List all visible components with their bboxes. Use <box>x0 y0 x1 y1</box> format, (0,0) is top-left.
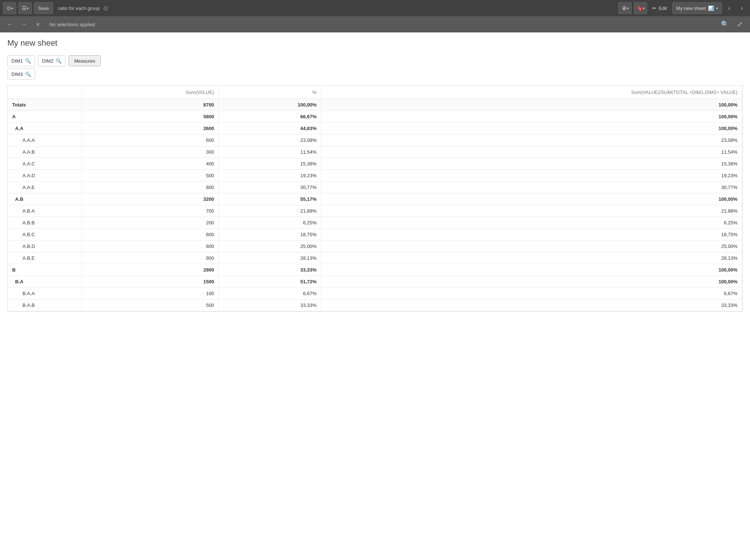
monitor-chevron: ▾ <box>627 6 629 10</box>
measures-label: Measures <box>74 58 95 64</box>
col-header-sum: Sum(VALUE) <box>81 86 219 99</box>
row-ratio: 15,38% <box>321 158 742 170</box>
nav-left-button[interactable]: ‹ <box>724 2 735 14</box>
row-sum-value: 1500 <box>81 276 219 288</box>
table-row: B290033,33%100,00% <box>8 264 742 276</box>
chart-icon: 📊 <box>708 6 714 11</box>
dim-row-1: DIM1 🔍 DIM2 🔍 <box>7 55 66 66</box>
row-pct: 33,33% <box>219 264 321 276</box>
row-pct: 28,13% <box>219 252 321 264</box>
search-icon: 🔍 <box>721 20 729 28</box>
list-icon-button[interactable]: ☰ ▾ <box>18 2 32 14</box>
row-ratio: 100,00% <box>321 99 742 111</box>
bookmark-icon: 🔖 <box>636 5 643 11</box>
row-label: Totals <box>8 99 81 111</box>
row-pct: 33,33% <box>219 300 321 311</box>
save-label: Save <box>38 6 49 11</box>
expand-icon: ⤢ <box>737 20 743 28</box>
table-row: B.A.A1006,67%6,67% <box>8 288 742 300</box>
page-content: My new sheet DIM1 🔍 DIM2 🔍 DIM3 🔍 <box>0 32 750 318</box>
monitor-icon: 🖥 <box>622 5 627 11</box>
table-row: A.A.D50019,23%19,23% <box>8 170 742 182</box>
back-icon: ← <box>6 21 13 28</box>
dim1-label: DIM1 <box>11 58 23 64</box>
row-pct: 18,75% <box>219 229 321 241</box>
table-header-row: Sum(VALUE) % Sum(VALUE)/SUM(TOTAL <DIM1,… <box>8 86 742 99</box>
app-chevron: ▾ <box>11 6 13 10</box>
row-pct: 15,38% <box>219 158 321 170</box>
row-label: A.A.C <box>8 158 81 170</box>
row-ratio: 6,25% <box>321 217 742 229</box>
app-icon-button[interactable]: ⊙ ▾ <box>3 2 16 14</box>
dim2-filter-button[interactable]: DIM2 🔍 <box>38 55 66 66</box>
row-ratio: 30,77% <box>321 182 742 193</box>
row-sum-value: 5800 <box>81 111 219 123</box>
table-row: A.B.D80025,00%25,00% <box>8 241 742 252</box>
dim3-search-icon: 🔍 <box>25 71 31 77</box>
dim1-search-icon: 🔍 <box>25 58 31 64</box>
row-pct: 23,08% <box>219 134 321 146</box>
row-label: B <box>8 264 81 276</box>
row-label: B.A.A <box>8 288 81 300</box>
row-pct: 100,00% <box>219 99 321 111</box>
back-selection-button[interactable]: ← <box>4 19 15 29</box>
save-button[interactable]: Save <box>34 2 53 14</box>
nav-right-icon: › <box>741 5 743 11</box>
row-sum-value: 500 <box>81 300 219 311</box>
table-row: B.A150051,72%100,00% <box>8 276 742 288</box>
bookmark-button[interactable]: 🔖 ▾ <box>634 2 647 14</box>
table-row: A.A.C40015,38%15,38% <box>8 158 742 170</box>
dim3-label: DIM3 <box>11 71 23 77</box>
dim2-search-icon: 🔍 <box>56 58 62 64</box>
page-title: My new sheet <box>7 38 743 48</box>
row-pct: 21,88% <box>219 205 321 217</box>
row-sum-value: 300 <box>81 146 219 158</box>
monitor-button[interactable]: 🖥 ▾ <box>618 2 632 14</box>
row-ratio: 25,00% <box>321 241 742 252</box>
row-label: A.A.E <box>8 182 81 193</box>
col-header-ratio: Sum(VALUE)/SUM(TOTAL <DIM1,DIM2> VALUE) <box>321 86 742 99</box>
toolbar-right: 🖥 ▾ 🔖 ▾ ✏ Edit My new sheet 📊 ▾ ‹ › <box>618 2 747 14</box>
row-label: A <box>8 111 81 123</box>
clear-selection-button[interactable]: ✕ <box>32 19 43 29</box>
nav-right-button[interactable]: › <box>737 2 747 14</box>
row-sum-value: 800 <box>81 182 219 193</box>
dimension-filters: DIM1 🔍 DIM2 🔍 DIM3 🔍 <box>7 55 66 80</box>
row-sum-value: 600 <box>81 229 219 241</box>
row-ratio: 33,33% <box>321 300 742 311</box>
dim2-label: DIM2 <box>42 58 53 64</box>
dim3-filter-button[interactable]: DIM3 🔍 <box>7 69 35 80</box>
row-pct: 66,67% <box>219 111 321 123</box>
title-info-icon: ⊙ <box>103 5 108 12</box>
dim1-filter-button[interactable]: DIM1 🔍 <box>7 55 35 66</box>
row-pct: 6,25% <box>219 217 321 229</box>
search-button[interactable]: 🔍 <box>719 18 731 30</box>
row-sum-value: 800 <box>81 241 219 252</box>
selection-status-text: No selections applied <box>49 22 95 27</box>
row-label: A.B.A <box>8 205 81 217</box>
row-sum-value: 500 <box>81 170 219 182</box>
edit-label: Edit <box>659 6 667 11</box>
expand-button[interactable]: ⤢ <box>734 18 746 30</box>
table-row: A.A.A60023,08%23,08% <box>8 134 742 146</box>
measures-button[interactable]: Measures <box>69 55 101 66</box>
table-row: A.B.C60018,75%18,75% <box>8 229 742 241</box>
row-ratio: 100,00% <box>321 264 742 276</box>
table-row: A.B.E90028,13%28,13% <box>8 252 742 264</box>
clear-icon: ✕ <box>35 21 40 28</box>
row-label: B.A.B <box>8 300 81 311</box>
row-pct: 6,67% <box>219 288 321 300</box>
row-ratio: 28,13% <box>321 252 742 264</box>
row-label: A.A.A <box>8 134 81 146</box>
row-sum-value: 3200 <box>81 193 219 205</box>
sheet-name-label: My new sheet <box>676 6 706 11</box>
forward-selection-button[interactable]: → <box>18 19 29 29</box>
row-pct: 25,00% <box>219 241 321 252</box>
sheet-button[interactable]: My new sheet 📊 ▾ <box>672 2 722 14</box>
table-row: A.B.A70021,88%21,88% <box>8 205 742 217</box>
row-ratio: 100,00% <box>321 193 742 205</box>
row-label: A.B <box>8 193 81 205</box>
row-label: A.B.C <box>8 229 81 241</box>
edit-button[interactable]: ✏ Edit <box>649 4 670 13</box>
list-icon: ☰ <box>22 5 27 11</box>
